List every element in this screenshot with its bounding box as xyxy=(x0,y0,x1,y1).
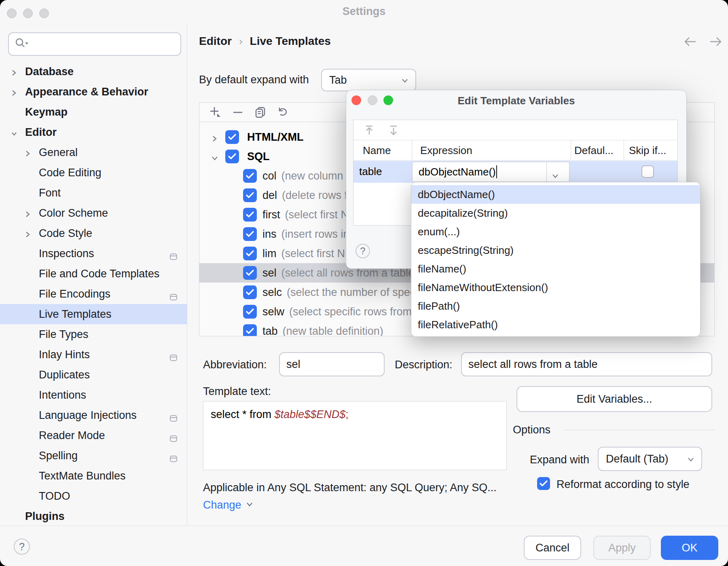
move-down-button[interactable] xyxy=(387,123,400,137)
description-input[interactable]: select all rows from a table xyxy=(461,352,712,376)
sidebar-item-duplicates[interactable]: Duplicates xyxy=(0,365,187,385)
apply-button[interactable]: Apply xyxy=(593,536,651,560)
template-text-editor[interactable]: select * from $table$$END$; xyxy=(203,401,507,470)
skip-if-defined-checkbox[interactable] xyxy=(641,165,654,178)
breadcrumb: Editor › Live Templates xyxy=(199,35,331,48)
template-text-label: Template text: xyxy=(203,385,271,398)
sidebar-item-spelling[interactable]: Spelling xyxy=(0,446,187,466)
sidebar-item-inlay-hints[interactable]: Inlay Hints xyxy=(0,344,187,365)
function-option[interactable]: fileName() xyxy=(411,260,700,278)
back-arrow-icon[interactable] xyxy=(684,36,697,49)
column-expression[interactable]: Expression xyxy=(420,144,472,157)
checkbox-checked-icon[interactable] xyxy=(243,208,257,222)
function-option[interactable]: dbObjectName() xyxy=(411,185,700,204)
dialog-title: Edit Template Variables xyxy=(346,95,686,107)
sidebar-item-plugins[interactable]: Plugins xyxy=(0,506,187,526)
checkbox-checked-icon[interactable] xyxy=(243,169,257,183)
expand-with-label: By default expand with xyxy=(199,74,309,86)
function-option[interactable]: decapitalize(String) xyxy=(411,204,700,222)
breadcrumb-editor[interactable]: Editor xyxy=(199,35,232,48)
sidebar-item-file-and-code-templates[interactable]: File and Code Templates xyxy=(0,264,187,284)
sidebar-item-color-scheme[interactable]: Color Scheme xyxy=(0,203,187,223)
abbreviation-input[interactable]: sel xyxy=(279,352,385,376)
function-option[interactable]: enum(...) xyxy=(411,222,700,241)
checkbox-checked-icon[interactable] xyxy=(225,130,239,144)
variable-row-table[interactable]: table dbObjectName() xyxy=(353,161,677,183)
duplicate-template-button[interactable] xyxy=(254,106,267,119)
checkbox-checked-icon[interactable] xyxy=(243,227,257,241)
ok-button[interactable]: OK xyxy=(661,536,718,560)
chevron-down-icon xyxy=(11,128,18,140)
variable-name: table xyxy=(359,165,382,178)
applicable-in-text: Applicable in Any SQL Statement: any SQL… xyxy=(203,482,497,494)
checkbox-checked-icon[interactable] xyxy=(243,285,257,299)
checkbox-checked-icon[interactable] xyxy=(243,247,257,260)
checkbox-checked-icon[interactable] xyxy=(243,266,257,280)
checkbox-checked-icon[interactable] xyxy=(243,305,257,319)
cancel-button[interactable]: Cancel xyxy=(524,536,581,560)
column-default[interactable]: Defaul... xyxy=(574,144,614,157)
chevron-down-icon[interactable] xyxy=(551,169,559,182)
chevron-down-icon xyxy=(211,152,219,165)
sidebar-item-inspections[interactable]: Inspections xyxy=(0,243,187,264)
search-input[interactable] xyxy=(8,32,181,56)
remove-template-button[interactable] xyxy=(231,106,245,119)
column-skip-if[interactable]: Skip if... xyxy=(629,144,666,157)
chevron-right-icon xyxy=(211,133,218,146)
sidebar-item-reader-mode[interactable]: Reader Mode xyxy=(0,425,187,446)
breadcrumb-live-templates[interactable]: Live Templates xyxy=(250,35,331,48)
function-option[interactable]: filePath() xyxy=(411,297,700,315)
sidebar-item-editor[interactable]: Editor xyxy=(0,122,187,142)
modified-indicator-icon xyxy=(170,452,177,465)
expression-editor[interactable]: dbObjectName() xyxy=(412,162,569,182)
modified-indicator-icon xyxy=(170,412,177,424)
text-cursor xyxy=(496,165,497,178)
sidebar-item-general[interactable]: General xyxy=(0,142,187,163)
expression-function-popup: dbObjectName() decapitalize(String) enum… xyxy=(411,182,700,337)
sidebar-item-code-editing[interactable]: Code Editing xyxy=(0,163,187,183)
add-template-button[interactable] xyxy=(208,106,222,119)
search-icon xyxy=(15,37,28,51)
reformat-checkbox[interactable] xyxy=(537,477,550,490)
column-name[interactable]: Name xyxy=(363,144,391,157)
help-button[interactable]: ? xyxy=(14,539,30,555)
sidebar-item-live-templates[interactable]: Live Templates xyxy=(0,304,187,324)
checkbox-checked-icon[interactable] xyxy=(225,150,239,163)
checkbox-checked-icon[interactable] xyxy=(243,324,257,336)
forward-arrow-icon[interactable] xyxy=(709,36,722,49)
function-option[interactable]: escapeString(String) xyxy=(411,241,700,260)
template-code: select * from $table$$END$; xyxy=(211,408,349,420)
chevron-down-icon xyxy=(245,502,254,509)
sidebar-item-appearance-behavior[interactable]: Appearance & Behavior xyxy=(0,82,187,102)
change-link[interactable]: Change xyxy=(203,499,254,511)
sidebar-item-textmate-bundles[interactable]: TextMate Bundles xyxy=(0,466,187,486)
sidebar-item-font[interactable]: Font xyxy=(0,183,187,203)
checkbox-checked-icon[interactable] xyxy=(243,188,257,202)
function-option[interactable]: fileRelativePath() xyxy=(411,315,700,334)
modified-indicator-icon xyxy=(170,250,177,263)
restore-defaults-button[interactable] xyxy=(276,106,290,119)
sidebar-item-file-types[interactable]: File Types xyxy=(0,324,187,344)
sidebar-item-database[interactable]: Database xyxy=(0,61,187,82)
sidebar-item-keymap[interactable]: Keymap xyxy=(0,102,187,122)
sidebar-item-language-injections[interactable]: Language Injections xyxy=(0,405,187,425)
options-section-label: Options xyxy=(513,424,550,436)
chevron-right-icon xyxy=(24,229,31,241)
sidebar-item-file-encodings[interactable]: File Encodings xyxy=(0,284,187,304)
options-rule xyxy=(563,430,715,430)
dialog-help-button[interactable]: ? xyxy=(356,244,370,258)
chevron-right-icon xyxy=(11,87,17,100)
chevron-right-icon xyxy=(11,67,17,80)
sidebar-divider xyxy=(187,23,187,526)
sidebar-item-intentions[interactable]: Intentions xyxy=(0,385,187,405)
function-option[interactable]: fileNameWithoutExtension() xyxy=(411,278,700,297)
abbreviation-label: Abbreviation: xyxy=(203,359,267,371)
checkbox-checked-icon xyxy=(537,477,550,490)
default-expand-select[interactable]: Tab xyxy=(321,69,416,91)
expand-with-option-label: Expand with xyxy=(530,454,589,466)
sidebar-item-code-style[interactable]: Code Style xyxy=(0,223,187,243)
move-up-button[interactable] xyxy=(362,123,376,137)
expand-with-select[interactable]: Default (Tab) xyxy=(598,447,702,471)
sidebar-item-todo[interactable]: TODO xyxy=(0,486,187,506)
edit-variables-button[interactable]: Edit Variables... xyxy=(516,386,712,412)
